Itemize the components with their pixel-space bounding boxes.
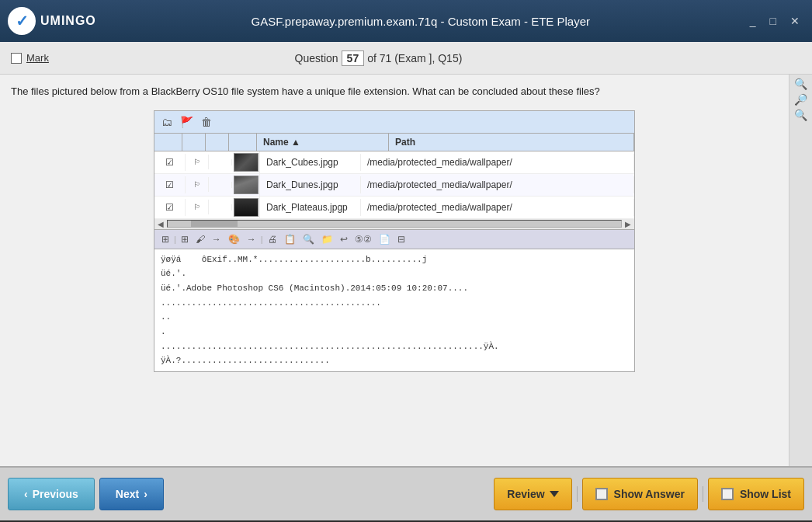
row-del-3[interactable] — [209, 204, 232, 211]
hex-line-2: üé.'. — [161, 266, 628, 281]
scrollbar-track[interactable] — [167, 220, 622, 228]
question-number-area: Question 57 of 71 (Exam ], Q15) — [295, 50, 463, 66]
tb-arrow2-icon[interactable]: → — [245, 232, 259, 246]
tb-folder-icon[interactable]: 📁 — [319, 232, 335, 246]
table-row[interactable]: ☑ 🏳 Dark_Dunes.jpgp /media/protected_med… — [154, 174, 634, 197]
file-browser-header: Name ▲ Path — [154, 134, 634, 151]
logo-icon: ✓ — [8, 7, 36, 35]
previous-button[interactable]: ‹ Previous — [8, 478, 95, 510]
show-list-button[interactable]: Show List — [708, 478, 804, 510]
mark-label[interactable]: Mark — [26, 52, 49, 64]
prev-arrow-icon: ‹ — [24, 488, 28, 500]
tb-panel-icon[interactable]: ⊟ — [395, 232, 408, 246]
window-controls: _ □ ✕ — [745, 13, 804, 29]
minimize-button[interactable]: _ — [745, 13, 761, 29]
question-body: The files pictured below from a BlackBer… — [0, 75, 789, 466]
row-thumb-1 — [232, 151, 260, 173]
nav-divider-1 — [577, 486, 578, 502]
header-check — [154, 134, 182, 151]
file-browser-toolbar-top: 🗂 🚩 🗑 — [154, 111, 634, 134]
tb-grid-icon[interactable]: ⊞ — [179, 232, 191, 246]
row-name-3: Dark_Plateaus.jpgp — [260, 199, 361, 216]
review-label: Review — [507, 488, 544, 500]
zoom-out-icon[interactable]: 🔍 — [794, 109, 807, 121]
hex-line-1: ÿøÿá ôExif..MM.*.....................b..… — [161, 252, 628, 267]
row-del-1[interactable] — [209, 159, 232, 165]
question-total: of 71 (Exam ], Q15) — [367, 52, 462, 64]
tb-view-icon[interactable]: ⊞ — [159, 232, 172, 246]
right-scroll-sidebar: 🔍 🔎 🔍 — [789, 75, 812, 466]
fb-icon-delete[interactable]: 🗑 — [199, 114, 214, 130]
previous-label: Previous — [33, 488, 78, 500]
title-bar: ✓ UMINGO GASF.prepaway.premium.exam.71q … — [0, 0, 812, 42]
hex-line-5: .. — [161, 310, 628, 325]
show-answer-label: Show Answer — [614, 488, 685, 500]
tb-paint-icon[interactable]: 🖌 — [193, 232, 207, 246]
show-answer-button[interactable]: Show Answer — [582, 478, 698, 510]
mark-area: Mark — [11, 52, 49, 64]
logo-text: UMINGO — [40, 14, 96, 28]
row-checkbox-3[interactable]: ☑ — [154, 199, 186, 216]
tb-search-icon[interactable]: 🔍 — [300, 232, 317, 246]
next-arrow-icon: › — [144, 488, 147, 500]
hex-content-area: ÿøÿá ôExif..MM.*.....................b..… — [154, 249, 634, 372]
next-button[interactable]: Next › — [99, 478, 164, 510]
header-flag — [182, 134, 206, 151]
row-name-2: Dark_Dunes.jpgp — [260, 176, 361, 193]
row-thumb-3 — [232, 197, 260, 218]
close-button[interactable]: ✕ — [786, 13, 804, 29]
fb-icon-flag[interactable]: 🚩 — [178, 114, 196, 130]
tb-num-icon[interactable]: ⑤② — [352, 232, 374, 246]
hex-line-8: ÿÀ.?............................. — [161, 353, 628, 368]
table-row[interactable]: ☑ 🏳 Dark_Cubes.jpgp /media/protected_med… — [154, 151, 634, 174]
header-del — [206, 134, 229, 151]
row-flag-1[interactable]: 🏳 — [186, 155, 209, 169]
row-path-2: /media/protected_media/wallpaper/ — [361, 176, 634, 193]
hex-line-4: ........................................… — [161, 296, 628, 311]
tb-doc-icon[interactable]: 📄 — [377, 232, 393, 246]
main-content: The files pictured below from a BlackBer… — [0, 75, 812, 466]
window-title: GASF.prepaway.premium.exam.71q - Custom … — [96, 15, 745, 28]
search-zoom-icon[interactable]: 🔍 — [794, 78, 807, 90]
question-label: Question — [295, 52, 338, 64]
row-path-3: /media/protected_media/wallpaper/ — [361, 199, 634, 216]
navigation-bar: ‹ Previous Next › Review Show Answer Sho… — [0, 466, 812, 520]
zoom-in-icon[interactable]: 🔎 — [794, 93, 807, 106]
fb-icon-folder[interactable]: 🗂 — [159, 114, 175, 130]
row-checkbox-1[interactable]: ☑ — [154, 154, 186, 171]
row-flag-2[interactable]: 🏳 — [186, 177, 209, 192]
maximize-button[interactable]: □ — [765, 13, 781, 29]
header-thumb — [229, 134, 257, 151]
hex-line-7: ........................................… — [161, 339, 628, 354]
tb-share-icon[interactable]: ↩ — [338, 232, 350, 246]
row-thumb-2 — [232, 174, 260, 196]
logo-area: ✓ UMINGO — [8, 7, 96, 35]
next-label: Next — [116, 488, 139, 500]
question-text: The files pictured below from a BlackBer… — [11, 84, 778, 99]
file-browser: 🗂 🚩 🗑 Name ▲ Path ☑ 🏳 — [154, 110, 635, 373]
header-name[interactable]: Name ▲ — [257, 134, 389, 151]
row-path-1: /media/protected_media/wallpaper/ — [361, 154, 634, 171]
nav-divider-2 — [703, 486, 703, 502]
tb-color-icon[interactable]: 🎨 — [226, 232, 242, 246]
table-row[interactable]: ☑ 🏳 Dark_Plateaus.jpgp /media/protected_… — [154, 197, 634, 219]
hex-line-6: . — [161, 325, 628, 339]
row-del-2[interactable] — [209, 182, 232, 188]
review-button[interactable]: Review — [494, 478, 571, 510]
row-flag-3[interactable]: 🏳 — [186, 200, 209, 214]
question-number: 57 — [342, 50, 365, 66]
tb-copy-icon[interactable]: 📋 — [282, 232, 298, 246]
scrollbar-thumb[interactable] — [191, 221, 238, 227]
horizontal-scrollbar[interactable]: ◀ ▶ — [154, 219, 634, 230]
mark-checkbox[interactable] — [11, 53, 22, 64]
show-answer-checkbox-icon — [595, 488, 608, 500]
show-list-checkbox-icon — [721, 488, 734, 500]
question-header: Mark Question 57 of 71 (Exam ], Q15) — [0, 42, 812, 75]
tb-arrow-icon[interactable]: → — [210, 232, 224, 246]
logo-check-icon: ✓ — [16, 12, 29, 30]
row-checkbox-2[interactable]: ☑ — [154, 176, 186, 193]
show-list-label: Show List — [740, 488, 791, 500]
tb-print-icon[interactable]: 🖨 — [265, 232, 279, 246]
hex-line-3: üé.'.Adobe Photoshop CS6 (Macintosh).201… — [161, 281, 628, 296]
row-name-1: Dark_Cubes.jpgp — [260, 154, 361, 171]
